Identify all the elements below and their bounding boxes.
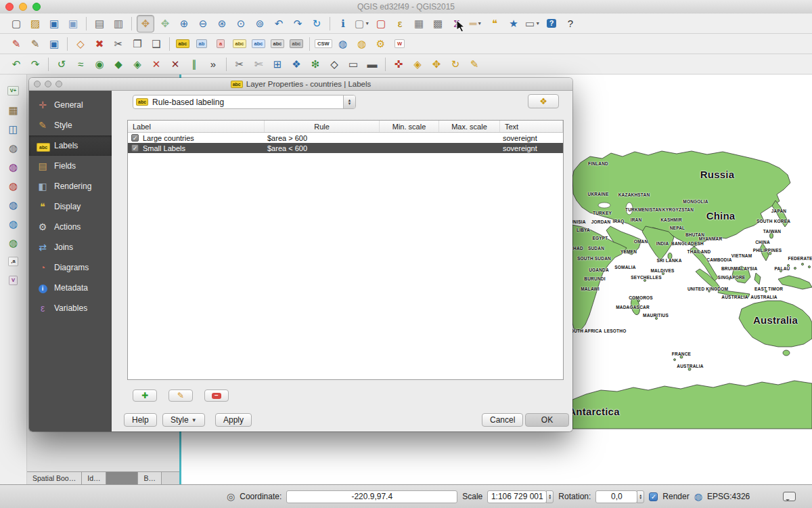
mouse-position-icon[interactable]: ◎ — [227, 492, 235, 501]
current-edits-button[interactable]: ✎ — [8, 36, 24, 52]
fill-ring-button[interactable]: ◈ — [129, 56, 145, 72]
field-calculator-button[interactable]: ▩ — [430, 16, 446, 32]
add-wms-layer-button[interactable]: ◍ — [5, 196, 22, 213]
rectangle-annotation-button[interactable]: ▭ — [345, 56, 361, 72]
save-project-as-button[interactable]: ▣ — [65, 16, 81, 32]
add-oracle-layer-button[interactable]: ◍ — [5, 177, 22, 194]
help-contents-button[interactable]: ? — [543, 16, 560, 32]
text-annotation-button[interactable]: ▭▼ — [524, 16, 541, 32]
split-features-button[interactable]: ✂ — [231, 56, 248, 72]
node-tool-button[interactable]: ◇ — [72, 36, 89, 52]
edit-rule-button[interactable]: ✎ — [168, 389, 193, 402]
delete-selected-button[interactable]: ✖ — [91, 36, 108, 52]
move-label-button[interactable]: abc — [231, 36, 248, 52]
metasearch-globe-button[interactable]: ◍ — [335, 36, 351, 52]
sidebar-item-display[interactable]: ❝Display — [29, 196, 112, 217]
sidebar-item-variables[interactable]: εVariables — [29, 298, 112, 318]
pan-map-button[interactable]: ✥ — [137, 15, 154, 33]
panel-tab-b[interactable]: B… — [138, 472, 162, 484]
change-label-properties-button[interactable]: ✎ — [466, 56, 482, 72]
coordinate-input[interactable]: -220.9,97.4 — [286, 490, 457, 503]
add-raster-layer-button[interactable]: ▦ — [5, 102, 22, 118]
deselect-features-button[interactable]: ▢ — [373, 16, 389, 32]
delete-ring-button[interactable]: ✕ — [148, 56, 164, 72]
split-parts-button[interactable]: ✄ — [250, 56, 267, 72]
column-header-text[interactable]: Text — [500, 121, 563, 132]
sidebar-item-actions[interactable]: ⚙Actions — [29, 217, 112, 237]
cancel-button[interactable]: Cancel — [482, 413, 523, 427]
select-features-button[interactable]: ▢▼ — [354, 16, 370, 32]
add-wcs-layer-button[interactable]: ◍ — [5, 215, 22, 232]
new-shapefile-layer-button[interactable]: V — [5, 272, 22, 289]
scale-input[interactable]: 1:106 729 001 — [487, 490, 547, 503]
pin-labels-button[interactable]: ✜ — [390, 56, 407, 72]
remove-rule-button[interactable]: − — [204, 389, 229, 402]
dialog-titlebar[interactable]: abc Layer Properties - countries | Label… — [29, 78, 572, 91]
column-header-rule[interactable]: Rule — [265, 121, 380, 132]
panel-tab-blank[interactable] — [106, 472, 138, 484]
wkt-button[interactable]: W — [392, 36, 408, 52]
dialog-minimize-button[interactable] — [45, 81, 51, 87]
sidebar-item-diagrams[interactable]: ◔Diagrams — [29, 257, 112, 278]
add-ring-button[interactable]: ◉ — [91, 56, 108, 72]
labeling-mode-dropdown[interactable]: abc Rule-based labeling ▲▼ — [133, 95, 356, 109]
sidebar-item-metadata[interactable]: iMetadata — [29, 278, 112, 298]
copy-features-button[interactable]: ❐ — [129, 36, 145, 52]
abc-red-label-button[interactable]: a — [212, 36, 229, 52]
move-label-tool-button[interactable]: ✥ — [428, 56, 445, 72]
undo-button[interactable]: ↶ — [8, 56, 24, 72]
composer-manager-button[interactable]: ▥ — [110, 16, 127, 32]
sidebar-item-labels[interactable]: abcLabels — [29, 135, 112, 156]
vertex-marker-button[interactable]: ◇ — [326, 56, 342, 72]
rotate-point-symbols-button[interactable]: ❖ — [288, 56, 304, 72]
dialog-close-button[interactable] — [34, 81, 41, 87]
style-menu-button[interactable]: Style▼ — [162, 413, 205, 427]
sidebar-item-general[interactable]: ✛General — [29, 95, 112, 115]
rotate-label-tool-button[interactable]: ↻ — [447, 56, 464, 72]
pan-to-selection-button[interactable]: ✥ — [157, 16, 173, 32]
zoom-out-button[interactable]: ⊖ — [195, 16, 211, 32]
rule-checkbox[interactable]: ✓ — [131, 134, 139, 142]
scale-stepper[interactable]: ▲▼ — [546, 490, 554, 503]
add-postgis-layer-button[interactable]: ◫ — [5, 121, 22, 137]
form-annotation-button[interactable]: ▬ — [364, 56, 380, 72]
map-tips-button[interactable]: ❝ — [487, 16, 503, 32]
rotation-input[interactable]: 0,0 — [595, 490, 637, 503]
column-header-label[interactable]: Label — [128, 121, 265, 132]
minimize-window-button[interactable] — [19, 3, 27, 11]
sidebar-item-fields[interactable]: ▤Fields — [29, 156, 112, 176]
processing-gear-button[interactable]: ⚙ — [373, 36, 389, 52]
rotation-stepper[interactable]: ▲▼ — [637, 490, 644, 503]
geometry-globe-button[interactable]: ◍ — [354, 36, 370, 52]
add-wfs-layer-button[interactable]: ◍ — [5, 234, 22, 251]
new-print-composer-button[interactable]: ▤ — [91, 16, 108, 32]
merge-features-button[interactable]: ⊞ — [269, 56, 286, 72]
show-hidden-labels-button[interactable]: ◈ — [409, 56, 426, 72]
sidebar-item-joins[interactable]: ⇄Joins — [29, 237, 112, 257]
apply-button[interactable]: Apply — [215, 413, 252, 427]
label-properties-button[interactable]: abc — [288, 36, 304, 52]
close-window-button[interactable] — [5, 3, 14, 11]
add-rule-button[interactable]: ✚ — [133, 389, 157, 402]
sidebar-item-rendering[interactable]: ◧Rendering — [29, 176, 112, 196]
epsg-label[interactable]: EPSG:4326 — [707, 492, 750, 501]
identify-features-button[interactable]: ℹ — [335, 16, 351, 32]
save-layer-edits-button[interactable]: ▣ — [46, 36, 62, 52]
toolbar-overflow-button[interactable]: » — [205, 56, 221, 72]
column-header-max-scale[interactable]: Max. scale — [439, 121, 500, 132]
help-button[interactable]: Help — [124, 413, 157, 427]
change-label-button[interactable]: abc — [269, 36, 286, 52]
open-attribute-table-button[interactable]: ▦ — [411, 16, 427, 32]
abc-blue-label-button[interactable]: ab — [194, 36, 210, 52]
rule-checkbox[interactable]: ✓ — [131, 144, 139, 152]
message-log-icon[interactable] — [783, 492, 796, 501]
rotate-feature-button[interactable]: ↺ — [53, 56, 70, 72]
automated-placement-settings-button[interactable]: ❖ — [528, 94, 559, 108]
panel-tab-spatialboo[interactable]: Spatial Boo… — [27, 472, 82, 484]
whats-this-button[interactable]: ? — [562, 16, 579, 32]
ok-button[interactable]: OK — [525, 413, 569, 427]
offset-curve-button[interactable]: ∥ — [186, 56, 202, 72]
dialog-zoom-button[interactable] — [55, 81, 62, 87]
layer-labeling-button[interactable]: abc — [175, 36, 191, 52]
column-header-min-scale[interactable]: Min. scale — [380, 121, 439, 132]
